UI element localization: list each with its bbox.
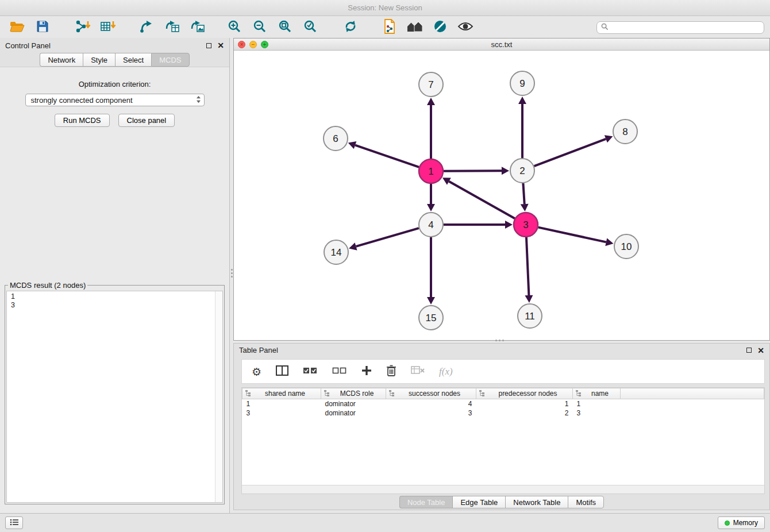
add-column-button[interactable]: [361, 365, 372, 377]
graph-node-label: 3: [523, 219, 528, 230]
delete-column-button[interactable]: [411, 365, 425, 377]
import-table-button[interactable]: [97, 19, 120, 36]
open-folder-icon: [10, 20, 25, 34]
delete-row-button[interactable]: [386, 364, 396, 379]
status-bar: Memory: [0, 513, 770, 532]
mcds-result-item[interactable]: 1: [11, 292, 222, 301]
trash-icon: [386, 364, 396, 379]
refresh-toolbar-group: [339, 19, 362, 36]
network-overview-button[interactable]: [403, 19, 426, 36]
search-box[interactable]: [596, 21, 764, 34]
vertical-splitter-handle[interactable]: [230, 269, 233, 278]
tab-network[interactable]: Network: [40, 53, 83, 67]
tab-edge-table[interactable]: Edge Table: [452, 496, 505, 508]
graph-edge-arrowhead: [521, 204, 529, 211]
column-header-shared-name[interactable]: shared name: [242, 388, 321, 399]
tab-mcds[interactable]: MCDS: [151, 53, 189, 67]
tab-node-table[interactable]: Node Table: [399, 496, 453, 508]
graph-edge-4-14[interactable]: [356, 228, 419, 246]
graph-edge-1-2[interactable]: [444, 171, 502, 171]
style-toggle-button[interactable]: [429, 19, 452, 36]
deselect-all-button[interactable]: [332, 367, 347, 376]
close-table-panel-icon[interactable]: ✕: [757, 347, 764, 354]
show-columns-button[interactable]: [276, 365, 288, 378]
show-hide-button[interactable]: [454, 19, 477, 36]
table-cell[interactable]: dominator: [321, 408, 386, 418]
table-cell[interactable]: 1: [242, 399, 321, 408]
column-header-name[interactable]: name: [573, 388, 621, 399]
zoom-out-button[interactable]: [248, 19, 271, 36]
table-settings-button[interactable]: ⚙: [252, 365, 261, 378]
network-canvas[interactable]: 7968124314101511: [234, 51, 769, 340]
table-cell[interactable]: 3: [386, 408, 476, 418]
graph-node-label: 7: [428, 79, 433, 90]
style-slash-icon: [433, 20, 447, 35]
column-header-mcds-role[interactable]: MCDS role: [321, 388, 386, 399]
graph-node-label: 15: [426, 313, 437, 323]
mcds-result-list[interactable]: 13: [6, 291, 223, 503]
graph-edge-3-1[interactable]: [449, 182, 514, 219]
table-cell[interactable]: 1: [476, 399, 573, 408]
table-cell[interactable]: 4: [386, 399, 476, 408]
tab-select[interactable]: Select: [115, 53, 151, 67]
criterion-dropdown[interactable]: strongly connected component: [25, 94, 205, 106]
table-cell[interactable]: 3: [573, 408, 621, 418]
graph-node-label: 14: [331, 247, 342, 258]
network-graph: 7968124314101511: [234, 51, 769, 340]
graph-edge-1-6[interactable]: [355, 145, 419, 167]
close-panel-button[interactable]: Close panel: [118, 114, 175, 127]
apply-layout-button[interactable]: [339, 19, 362, 36]
column-header-successor-nodes[interactable]: successor nodes: [386, 388, 476, 399]
table-cell[interactable]: 3: [242, 408, 321, 418]
float-panel-icon[interactable]: [206, 43, 211, 48]
zoom-fit-button[interactable]: [274, 19, 297, 36]
float-table-panel-icon[interactable]: [746, 348, 752, 353]
run-mcds-button[interactable]: Run MCDS: [55, 114, 110, 127]
plus-icon: [361, 365, 372, 377]
save-session-button[interactable]: [31, 19, 54, 36]
export-image-button[interactable]: [186, 19, 209, 36]
column-sort-icon: [324, 390, 330, 398]
graph-edge-2-3[interactable]: [523, 183, 524, 204]
table-cell[interactable]: dominator: [321, 399, 386, 408]
close-panel-icon[interactable]: ✕: [217, 42, 224, 49]
minimize-window-icon[interactable]: −: [249, 41, 257, 48]
table-row[interactable]: 1dominator411: [242, 399, 764, 408]
table-row[interactable]: 3dominator323: [242, 408, 764, 418]
horizontal-scrollbar[interactable]: [242, 485, 764, 494]
maximize-window-icon[interactable]: +: [261, 41, 268, 48]
table-cell[interactable]: 1: [573, 399, 621, 408]
memory-button[interactable]: Memory: [718, 516, 765, 529]
column-header-predecessor-nodes[interactable]: predecessor nodes: [476, 388, 573, 399]
mcds-result-title: MCDS result (2 nodes): [8, 281, 87, 290]
export-document-button[interactable]: [378, 19, 401, 36]
table-cell[interactable]: 2: [476, 408, 573, 418]
result-scrollbar[interactable]: [215, 291, 222, 502]
function-builder-button[interactable]: f(x): [439, 366, 453, 377]
horizontal-splitter-handle[interactable]: [495, 339, 506, 341]
graph-node-label: 11: [525, 311, 535, 322]
zoom-selected-button[interactable]: [299, 19, 322, 36]
mcds-result-item[interactable]: 3: [11, 301, 222, 310]
stepper-icon: [196, 95, 201, 105]
zoom-in-button[interactable]: [223, 19, 246, 36]
network-from-table-button[interactable]: [161, 19, 184, 36]
list-icon: [10, 519, 19, 527]
open-session-button[interactable]: [6, 19, 29, 36]
tab-motifs[interactable]: Motifs: [568, 496, 604, 508]
refresh-icon: [344, 20, 357, 35]
network-table-icon: [164, 20, 180, 35]
close-window-icon[interactable]: ×: [238, 41, 245, 48]
new-network-button[interactable]: [136, 19, 159, 36]
status-menu-button[interactable]: [5, 516, 23, 529]
import-network-button[interactable]: [71, 19, 94, 36]
search-input[interactable]: [611, 24, 760, 32]
graph-edge-2-8[interactable]: [534, 139, 606, 166]
tab-network-table[interactable]: Network Table: [505, 496, 568, 508]
tab-style[interactable]: Style: [83, 53, 115, 67]
graph-edge-3-10[interactable]: [538, 228, 606, 242]
graph-edge-3-11[interactable]: [526, 237, 529, 295]
select-all-button[interactable]: [303, 367, 318, 376]
network-arrow-icon: [140, 20, 155, 35]
gear-icon: ⚙: [252, 365, 261, 378]
